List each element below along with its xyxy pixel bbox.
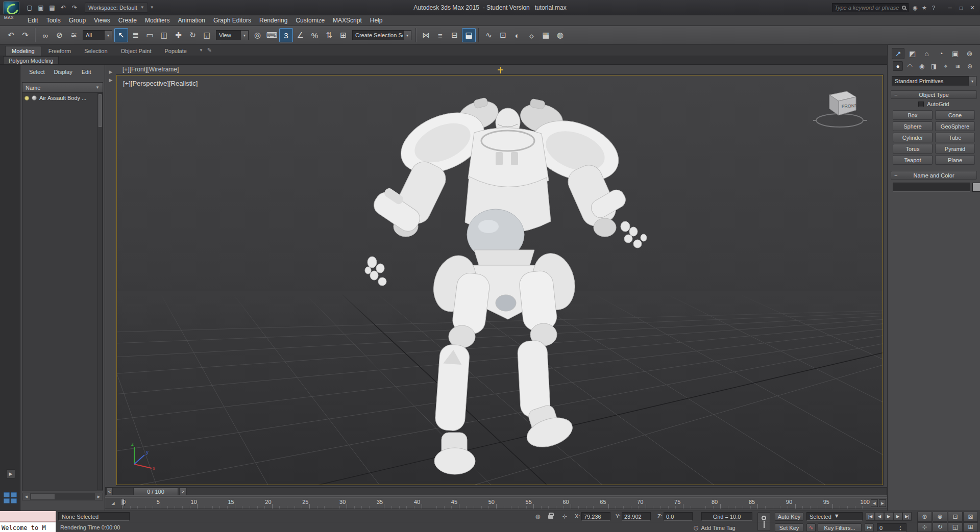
key-set-dropdown[interactable]: Selected ▼ — [806, 512, 863, 521]
maximize-viewport-icon[interactable]: ⊞ — [963, 522, 978, 532]
viewport-layout-tabs-icon[interactable] — [4, 492, 17, 503]
z-coord-field[interactable] — [664, 512, 693, 521]
menu-item[interactable]: Graph Editors — [209, 15, 255, 26]
shapes-category-icon[interactable]: ◠ — [905, 61, 915, 71]
time-slider-thumb[interactable]: 0 / 100 — [133, 488, 178, 495]
track-bar-mini-button[interactable]: ◢ — [105, 498, 121, 509]
save-file-icon[interactable]: ▦ — [47, 3, 57, 13]
select-by-name-icon[interactable]: ≣ — [129, 28, 142, 42]
redo-quick-icon[interactable]: ↷ — [69, 3, 80, 13]
favorites-star-icon[interactable]: ★ — [920, 3, 929, 12]
view-cube[interactable]: FRONT — [810, 84, 871, 131]
previous-frame-slider-button[interactable]: < — [106, 488, 113, 495]
next-frame-icon[interactable]: ▶ — [893, 512, 902, 521]
menu-item[interactable]: Views — [90, 15, 114, 26]
menu-item[interactable]: Animation — [174, 15, 209, 26]
geometry-category-icon[interactable]: ● — [893, 61, 903, 71]
explorer-horizontal-scrollbar[interactable]: ◀ ▶ — [22, 493, 103, 500]
object-type-button[interactable]: Teapot — [893, 155, 933, 165]
selection-lock-icon[interactable] — [548, 515, 553, 519]
zoom-icon[interactable]: ⊕ — [917, 512, 932, 522]
object-name-input[interactable] — [893, 183, 970, 192]
object-color-swatch[interactable] — [972, 183, 980, 192]
select-and-scale-icon[interactable]: ◱ — [200, 28, 214, 42]
workspace-dropdown[interactable]: Workspace: Default ▼ — [85, 3, 148, 13]
select-object-icon[interactable]: ↖ — [114, 28, 128, 42]
graphite-ribbon-toggle-icon[interactable]: ▤ — [462, 28, 476, 42]
menu-item[interactable]: Help — [366, 15, 387, 26]
snaps-toggle-3d-icon[interactable]: 3 — [279, 28, 293, 42]
select-and-link-icon[interactable]: ∞ — [38, 28, 52, 42]
play-button-icon[interactable]: ▶ — [884, 512, 893, 521]
select-and-rotate-icon[interactable]: ↻ — [186, 28, 200, 42]
undo-icon[interactable]: ↶ — [4, 28, 18, 42]
maxscript-mini-listener[interactable]: Welcome to M — [0, 522, 56, 532]
maxscript-macro-recorder-line[interactable] — [0, 511, 56, 522]
keyboard-shortcut-override-icon[interactable]: ⌨ — [265, 28, 279, 42]
create-tab-icon[interactable]: ↗ — [892, 48, 904, 59]
name-and-color-rollout[interactable]: − Name and Color — [891, 171, 977, 180]
auto-key-button[interactable]: Auto Key — [775, 512, 803, 521]
menu-item[interactable]: Rendering — [255, 15, 291, 26]
visibility-bulb-icon[interactable] — [24, 96, 29, 100]
maximize-button[interactable]: □ — [955, 3, 967, 12]
modify-tab-icon[interactable]: ◩ — [906, 48, 919, 59]
menu-item[interactable]: MAXScript — [329, 15, 366, 26]
bind-to-spacewarp-icon[interactable]: ≋ — [67, 28, 81, 42]
align-icon[interactable]: ≡ — [433, 28, 447, 42]
curve-editor-icon[interactable]: ∿ — [482, 28, 496, 42]
explorer-menu-item[interactable]: Edit — [78, 68, 95, 76]
lights-category-icon[interactable]: ◉ — [917, 61, 927, 71]
display-tab-icon[interactable]: ▣ — [949, 48, 962, 59]
zoom-extents-icon[interactable]: ⊡ — [948, 512, 963, 522]
scroll-right-icon[interactable]: ▶ — [95, 493, 103, 500]
spacewarps-category-icon[interactable]: ≋ — [953, 61, 963, 71]
cameras-category-icon[interactable]: ◨ — [929, 61, 939, 71]
viewport-tab-arrow-icon[interactable]: ▶ — [109, 78, 113, 83]
quick-access-more-icon[interactable]: ▼ — [150, 5, 154, 10]
angle-snap-icon[interactable]: ∠ — [293, 28, 307, 42]
time-slider-track[interactable] — [105, 487, 887, 496]
spinner-snap-icon[interactable]: ⇅ — [322, 28, 336, 42]
frame-spinner[interactable]: ▲▼ — [897, 524, 903, 531]
y-coord-field[interactable] — [622, 512, 651, 521]
ribbon-tab[interactable]: Selection — [78, 46, 113, 56]
object-type-button[interactable]: GeoSphere — [935, 121, 975, 131]
layer-manager-icon[interactable]: ⊟ — [448, 28, 461, 42]
hidden-viewport-label[interactable]: [+][Front][Wireframe] — [122, 66, 179, 73]
object-type-button[interactable]: Cylinder — [893, 133, 933, 142]
ribbon-tab[interactable]: Freeform — [42, 46, 78, 56]
key-filters-button[interactable]: Key Filters... — [818, 523, 862, 532]
menu-item[interactable]: Tools — [42, 15, 65, 26]
track-bar-ruler[interactable]: 0510152025303540455055606570758085909510… — [122, 498, 870, 509]
new-key-curve-icon[interactable]: ∿ — [806, 523, 816, 532]
scene-object-row[interactable]: Air Assault Body ... — [22, 93, 103, 103]
polygon-modeling-panel-tab[interactable]: Polygon Modeling — [3, 56, 59, 64]
track-bar-scroll-icon[interactable]: ◀ — [871, 499, 878, 507]
ribbon-minimize-icon[interactable]: ▼ — [199, 48, 203, 53]
absolute-mode-icon[interactable]: ⊹ — [560, 513, 569, 520]
mirror-icon[interactable]: ⋈ — [419, 28, 433, 42]
ribbon-tab[interactable]: Populate — [158, 46, 192, 56]
object-type-rollout[interactable]: − Object Type — [891, 90, 977, 99]
material-editor-icon[interactable]: ◐ — [510, 28, 524, 42]
scroll-left-icon[interactable]: ◀ — [22, 493, 30, 500]
close-button[interactable]: ✕ — [967, 3, 978, 12]
undo-quick-icon[interactable]: ↶ — [58, 3, 68, 13]
hierarchy-tab-icon[interactable]: ⌂ — [920, 48, 933, 59]
ribbon-tab[interactable]: Object Paint — [115, 46, 158, 56]
object-type-button[interactable]: Torus — [893, 144, 933, 154]
object-type-button[interactable]: Sphere — [893, 121, 933, 131]
object-type-button[interactable]: Box — [893, 110, 933, 120]
perspective-viewport[interactable]: [+][Perspective][Realistic] — [116, 75, 883, 485]
search-input[interactable] — [835, 5, 900, 11]
search-icon[interactable] — [902, 6, 906, 10]
select-and-manipulate-icon[interactable]: ◎ — [251, 28, 264, 42]
go-to-start-icon[interactable]: |◀ — [866, 512, 875, 521]
name-column-header[interactable]: Name ▼ — [22, 83, 103, 93]
open-file-icon[interactable]: ▣ — [36, 3, 46, 13]
render-setup-icon[interactable]: ☼ — [525, 28, 538, 42]
minimize-button[interactable]: ─ — [944, 3, 955, 12]
x-coord-field[interactable] — [581, 512, 610, 521]
rect-selection-region-icon[interactable]: ▭ — [143, 28, 157, 42]
